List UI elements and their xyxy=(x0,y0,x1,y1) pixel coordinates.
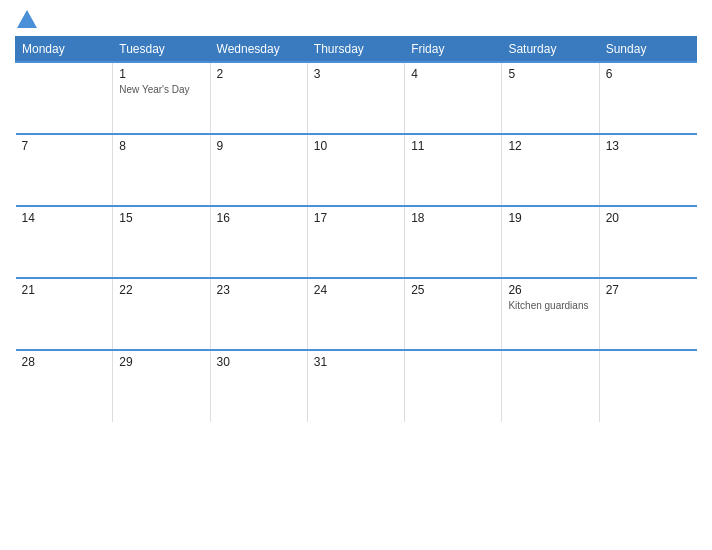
calendar-cell: 20 xyxy=(599,206,696,278)
calendar-cell: 29 xyxy=(113,350,210,422)
day-number: 30 xyxy=(217,355,301,369)
holiday-label: Kitchen guardians xyxy=(508,299,592,312)
day-number: 7 xyxy=(22,139,107,153)
day-number: 5 xyxy=(508,67,592,81)
weekday-header-tuesday: Tuesday xyxy=(113,37,210,63)
calendar-cell: 30 xyxy=(210,350,307,422)
calendar-cell: 6 xyxy=(599,62,696,134)
calendar-cell: 14 xyxy=(16,206,113,278)
weekday-header-saturday: Saturday xyxy=(502,37,599,63)
calendar-cell: 11 xyxy=(405,134,502,206)
day-number: 17 xyxy=(314,211,398,225)
page: MondayTuesdayWednesdayThursdayFridaySatu… xyxy=(0,0,712,550)
calendar-cell: 7 xyxy=(16,134,113,206)
calendar-cell: 18 xyxy=(405,206,502,278)
calendar-cell: 12 xyxy=(502,134,599,206)
calendar-cell: 24 xyxy=(307,278,404,350)
day-number: 27 xyxy=(606,283,691,297)
calendar-cell: 23 xyxy=(210,278,307,350)
weekday-header-sunday: Sunday xyxy=(599,37,696,63)
calendar-cell xyxy=(16,62,113,134)
header xyxy=(15,10,697,28)
weekday-header-monday: Monday xyxy=(16,37,113,63)
calendar-cell: 10 xyxy=(307,134,404,206)
calendar-week-5: 28293031 xyxy=(16,350,697,422)
day-number: 8 xyxy=(119,139,203,153)
calendar-cell: 5 xyxy=(502,62,599,134)
calendar-cell: 31 xyxy=(307,350,404,422)
day-number: 10 xyxy=(314,139,398,153)
calendar-week-2: 78910111213 xyxy=(16,134,697,206)
day-number: 2 xyxy=(217,67,301,81)
day-number: 19 xyxy=(508,211,592,225)
day-number: 18 xyxy=(411,211,495,225)
calendar-cell: 16 xyxy=(210,206,307,278)
calendar-cell: 25 xyxy=(405,278,502,350)
logo-triangle-icon xyxy=(17,10,37,28)
day-number: 21 xyxy=(22,283,107,297)
calendar-cell: 13 xyxy=(599,134,696,206)
calendar-cell: 26Kitchen guardians xyxy=(502,278,599,350)
day-number: 16 xyxy=(217,211,301,225)
weekday-header-wednesday: Wednesday xyxy=(210,37,307,63)
day-number: 4 xyxy=(411,67,495,81)
calendar-cell: 2 xyxy=(210,62,307,134)
day-number: 12 xyxy=(508,139,592,153)
calendar-cell xyxy=(502,350,599,422)
day-number: 11 xyxy=(411,139,495,153)
calendar-cell: 4 xyxy=(405,62,502,134)
calendar-cell: 8 xyxy=(113,134,210,206)
logo xyxy=(15,10,37,28)
day-number: 24 xyxy=(314,283,398,297)
calendar-cell: 15 xyxy=(113,206,210,278)
day-number: 15 xyxy=(119,211,203,225)
calendar-header-row: MondayTuesdayWednesdayThursdayFridaySatu… xyxy=(16,37,697,63)
day-number: 25 xyxy=(411,283,495,297)
day-number: 26 xyxy=(508,283,592,297)
calendar-week-3: 14151617181920 xyxy=(16,206,697,278)
day-number: 13 xyxy=(606,139,691,153)
calendar-cell: 28 xyxy=(16,350,113,422)
calendar-cell: 19 xyxy=(502,206,599,278)
weekday-header-thursday: Thursday xyxy=(307,37,404,63)
day-number: 3 xyxy=(314,67,398,81)
calendar-cell: 22 xyxy=(113,278,210,350)
day-number: 9 xyxy=(217,139,301,153)
holiday-label: New Year's Day xyxy=(119,83,203,96)
day-number: 1 xyxy=(119,67,203,81)
calendar-cell: 27 xyxy=(599,278,696,350)
calendar-cell: 1New Year's Day xyxy=(113,62,210,134)
day-number: 22 xyxy=(119,283,203,297)
day-number: 6 xyxy=(606,67,691,81)
calendar-cell: 21 xyxy=(16,278,113,350)
calendar-week-4: 212223242526Kitchen guardians27 xyxy=(16,278,697,350)
calendar-cell: 3 xyxy=(307,62,404,134)
calendar-cell xyxy=(599,350,696,422)
weekday-header-friday: Friday xyxy=(405,37,502,63)
calendar-cell: 9 xyxy=(210,134,307,206)
day-number: 28 xyxy=(22,355,107,369)
calendar-table: MondayTuesdayWednesdayThursdayFridaySatu… xyxy=(15,36,697,422)
calendar-cell xyxy=(405,350,502,422)
calendar-week-1: 1New Year's Day23456 xyxy=(16,62,697,134)
day-number: 14 xyxy=(22,211,107,225)
day-number: 29 xyxy=(119,355,203,369)
calendar-cell: 17 xyxy=(307,206,404,278)
day-number: 20 xyxy=(606,211,691,225)
day-number: 23 xyxy=(217,283,301,297)
day-number: 31 xyxy=(314,355,398,369)
